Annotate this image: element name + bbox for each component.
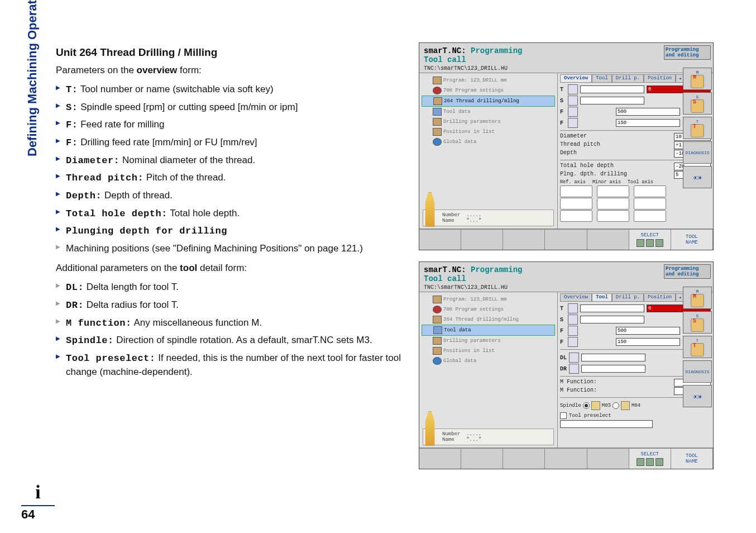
- softkey-select[interactable]: SELECT: [629, 230, 671, 250]
- side-btn-T[interactable]: T: [683, 336, 712, 358]
- side-btn-symbols[interactable]: ◑▢◉: [683, 385, 712, 407]
- tab-position[interactable]: Position: [644, 293, 676, 302]
- main-text-column: Unit 264 Thread Drilling / Milling Param…: [56, 45, 402, 385]
- parameter-item: Thread pitch: Pitch of the thread.: [56, 171, 402, 185]
- parameter-item: T: Tool number or name (switchable via s…: [56, 83, 402, 97]
- input-ref-axis[interactable]: [560, 185, 592, 197]
- input-T[interactable]: [580, 304, 644, 312]
- overview-parameter-list: T: Tool number or name (switchable via s…: [56, 83, 402, 255]
- parameter-item: S: Spindle speed [rpm] or cutting speed …: [56, 101, 402, 115]
- input-S[interactable]: [580, 316, 644, 323]
- input-tool-preselect[interactable]: [560, 420, 653, 428]
- feed-drill-icon: [568, 337, 578, 347]
- parameter-item: Plunging depth for drilling: [56, 224, 402, 239]
- program-tree[interactable]: Program: 123_DRILL mm 700 Program settin…: [419, 73, 558, 230]
- m04-icon: [621, 401, 630, 410]
- tab-tool[interactable]: Tool: [592, 293, 612, 302]
- radio-m04[interactable]: [613, 402, 619, 409]
- delta-radius-icon: [569, 364, 579, 374]
- tab-tool[interactable]: Tool: [592, 74, 612, 83]
- page-number-block: i 64: [21, 482, 55, 522]
- program-path: TNC:\smarTNC\123_DRILL.HU: [419, 284, 713, 292]
- feed-drill-icon: [568, 118, 578, 128]
- program-tree[interactable]: Program: 123_DRILL mm 700 Program settin…: [419, 292, 558, 449]
- input-DL[interactable]: [581, 354, 645, 361]
- softkey-tool-name[interactable]: TOOL NAME: [671, 230, 713, 250]
- parameter-item: Diameter: Nominal diameter of the thread…: [56, 154, 402, 168]
- mode-indicator: Programmingand editing: [664, 264, 711, 279]
- tool-icon: [568, 303, 578, 313]
- side-btn-symbols[interactable]: ◑▢◉: [683, 166, 712, 188]
- input-F-mill[interactable]: [616, 108, 680, 116]
- tool-parameter-list: DL: Delta length for tool T.DR: Delta ra…: [56, 280, 402, 379]
- parameter-item: Machining positions (see "Defining Machi…: [56, 242, 402, 256]
- tab-drillp[interactable]: Drill p.: [612, 74, 644, 83]
- input-minor-axis-2[interactable]: [597, 198, 629, 210]
- screenshot-overview: smarT.NC: Programming Tool call Programm…: [419, 42, 714, 250]
- side-btn-S[interactable]: S: [683, 311, 712, 334]
- side-btn-S[interactable]: S: [683, 92, 712, 115]
- softkey-row: SELECT TOOL NAME: [419, 448, 713, 469]
- tree-info-box: Number ..... Name "...": [423, 210, 554, 226]
- input-F-drill[interactable]: [616, 119, 680, 127]
- input-tool-axis-2[interactable]: [634, 198, 666, 210]
- tool-intro: Additional parameters on the tool detail…: [56, 261, 402, 275]
- input-F-drill[interactable]: [616, 338, 680, 346]
- unit-heading: Unit 264 Thread Drilling / Milling: [56, 45, 402, 60]
- overview-intro: Parameters on the overview form:: [56, 64, 402, 78]
- tab-drillp[interactable]: Drill p.: [612, 293, 644, 302]
- side-btn-M[interactable]: M: [683, 287, 712, 309]
- side-btn-diagnosis[interactable]: DIAGNOSIS: [683, 360, 712, 383]
- tool-graphic-icon: [422, 192, 438, 227]
- tool-icon: [568, 84, 578, 94]
- spindle-speed-icon: [568, 96, 578, 106]
- side-btn-M[interactable]: M: [683, 68, 712, 90]
- parameter-item: F: Feed rate for milling: [56, 118, 402, 132]
- parameter-item: Depth: Depth of thread.: [56, 189, 402, 203]
- parameter-item: DR: Delta radius for tool T.: [56, 298, 402, 313]
- input-ref-axis-2[interactable]: [560, 198, 592, 210]
- parameter-item: DL: Delta length for tool T.: [56, 280, 402, 295]
- radio-m03[interactable]: [583, 402, 590, 409]
- side-btn-T[interactable]: T: [683, 117, 712, 139]
- input-minor-axis-3[interactable]: [597, 210, 629, 222]
- tool-graphic-icon: [422, 411, 438, 446]
- delta-length-icon: [569, 353, 579, 363]
- info-icon: i: [21, 482, 55, 506]
- parameter-item: Tool preselect: If needed, this is the n…: [56, 351, 402, 379]
- input-tool-axis-3[interactable]: [634, 210, 666, 222]
- checkbox-tool-preselect[interactable]: [560, 412, 567, 419]
- input-S[interactable]: [580, 97, 644, 104]
- program-path: TNC:\smarTNC\123_DRILL.HU: [419, 65, 713, 73]
- input-tool-axis[interactable]: [634, 185, 666, 197]
- screenshot-tool: smarT.NC: Programming Tool call Programm…: [419, 261, 714, 469]
- parameter-item: Spindle: Direction of spindle rotation. …: [56, 334, 402, 348]
- tree-info-box: Number ..... Name "...": [423, 429, 554, 445]
- spindle-speed-icon: [568, 315, 578, 325]
- parameter-item: M function: Any miscellaneous function M…: [56, 316, 402, 331]
- softkey-tool-name[interactable]: TOOL NAME: [671, 449, 713, 469]
- input-ref-axis-3[interactable]: [560, 210, 592, 222]
- input-F-mill[interactable]: [616, 327, 680, 335]
- input-DR[interactable]: [581, 365, 645, 373]
- tab-overview[interactable]: Overview: [560, 293, 592, 302]
- m03-icon: [591, 401, 600, 410]
- section-title-vertical: Defining Machining Operations: [25, 0, 40, 156]
- parameter-item: Total hole depth: Total hole depth.: [56, 207, 402, 221]
- side-toolbar: M S T DIAGNOSIS ◑▢◉: [683, 287, 712, 407]
- tab-overview[interactable]: Overview: [560, 74, 592, 83]
- input-T[interactable]: [580, 85, 644, 93]
- parameter-item: F: Drilling feed rate [mm/min] or FU [mm…: [56, 136, 402, 150]
- feed-mill-icon: [568, 326, 578, 336]
- softkey-select[interactable]: SELECT: [629, 449, 671, 469]
- softkey-row: SELECT TOOL NAME: [419, 229, 713, 250]
- feed-mill-icon: [568, 107, 578, 117]
- page-number: 64: [21, 507, 55, 522]
- side-btn-diagnosis[interactable]: DIAGNOSIS: [683, 141, 712, 164]
- mode-indicator: Programmingand editing: [664, 45, 711, 60]
- tab-position[interactable]: Position: [644, 74, 676, 83]
- side-toolbar: M S T DIAGNOSIS ◑▢◉: [683, 68, 712, 188]
- input-minor-axis[interactable]: [597, 185, 629, 197]
